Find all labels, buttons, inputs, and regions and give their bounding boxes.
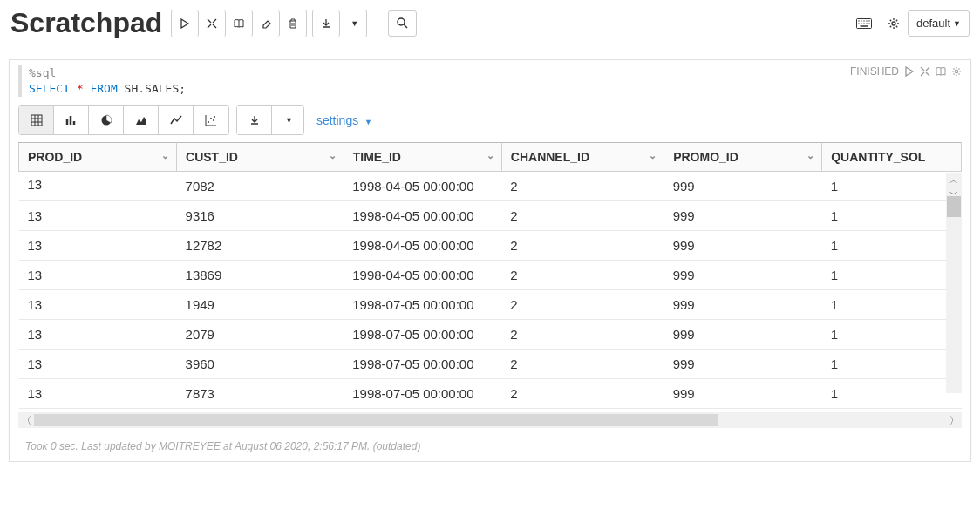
notebook-cell: %sql SELECT * FROM SH.SALES; FINISHED bbox=[9, 59, 971, 462]
scatter-chart-icon bbox=[205, 114, 217, 126]
table-cell: 999 bbox=[664, 261, 822, 290]
export-button-group: ▼ bbox=[312, 10, 367, 37]
column-header[interactable]: TIME_ID⌄ bbox=[344, 143, 501, 172]
area-chart-button[interactable] bbox=[124, 106, 159, 134]
result-table-container: ≡ PROD_ID⌄CUST_ID⌄TIME_ID⌄CHANNEL_ID⌄PRO… bbox=[18, 142, 962, 428]
vertical-scroll-thumb[interactable] bbox=[947, 196, 961, 217]
gear-icon bbox=[951, 66, 962, 77]
interpreter-label: default bbox=[916, 17, 950, 30]
sort-icon[interactable]: ⌄ bbox=[329, 150, 337, 161]
column-header-label: PROD_ID bbox=[28, 150, 82, 164]
pie-chart-button[interactable] bbox=[89, 106, 124, 134]
keyboard-icon bbox=[856, 18, 872, 29]
scroll-left-arrow[interactable]: 〈 bbox=[18, 414, 34, 427]
column-header[interactable]: CHANNEL_ID⌄ bbox=[501, 143, 664, 172]
gear-icon bbox=[888, 17, 900, 30]
column-header[interactable]: CUST_ID⌄ bbox=[177, 143, 344, 172]
line-chart-button[interactable] bbox=[159, 106, 194, 134]
table-cell: 2 bbox=[501, 379, 664, 409]
scatter-chart-button[interactable] bbox=[194, 106, 228, 134]
svg-rect-4 bbox=[31, 115, 42, 126]
column-header[interactable]: PROD_ID⌄ bbox=[19, 143, 177, 172]
table-cell: 2 bbox=[501, 231, 664, 261]
table-cell: 1998-07-05 00:00:00 bbox=[344, 350, 501, 379]
trash-icon bbox=[288, 18, 298, 29]
table-cell: 999 bbox=[664, 231, 822, 261]
cell-settings-button[interactable] bbox=[951, 66, 962, 77]
table-row[interactable]: 1320791998-07-05 00:00:0029991 bbox=[19, 320, 962, 350]
table-row[interactable]: 1370821998-04-05 00:00:0029991 bbox=[19, 172, 962, 201]
clear-notebook-button[interactable] bbox=[280, 10, 306, 37]
show-hide-code-button[interactable] bbox=[199, 10, 226, 37]
table-cell: 1998-04-05 00:00:00 bbox=[344, 172, 501, 201]
table-row[interactable]: 13138691998-04-05 00:00:0029991 bbox=[19, 261, 962, 290]
svg-point-6 bbox=[208, 121, 209, 123]
svg-point-2 bbox=[892, 22, 895, 25]
vertical-scroll-track[interactable] bbox=[946, 187, 962, 379]
keyboard-shortcuts-button[interactable] bbox=[848, 10, 880, 37]
table-cell: 9316 bbox=[177, 201, 344, 231]
scroll-up-arrow[interactable]: ︿ bbox=[946, 173, 962, 187]
table-row[interactable]: 1393161998-04-05 00:00:0029991 bbox=[19, 201, 962, 231]
sort-icon[interactable]: ⌄ bbox=[487, 150, 494, 161]
run-all-button[interactable] bbox=[172, 10, 199, 37]
column-header[interactable]: QUANTITY_SOL bbox=[822, 143, 962, 172]
table-cell: 13 bbox=[19, 320, 177, 350]
table-cell: 13 bbox=[19, 261, 177, 290]
table-row[interactable]: 13127821998-04-05 00:00:0029991 bbox=[19, 231, 962, 261]
cell-footer-status: Took 0 sec. Last updated by MOITREYEE at… bbox=[10, 428, 970, 461]
table-cell: 3960 bbox=[177, 350, 344, 379]
interpreter-settings-button[interactable] bbox=[880, 10, 908, 37]
interpreter-select[interactable]: default▼ bbox=[908, 10, 970, 37]
search-button[interactable] bbox=[388, 10, 417, 37]
sort-icon[interactable]: ⌄ bbox=[649, 150, 657, 161]
table-cell: 2 bbox=[501, 261, 664, 290]
column-header[interactable]: PROMO_ID⌄ bbox=[664, 143, 822, 172]
cell-collapse-button[interactable] bbox=[920, 66, 930, 77]
download-result-dropdown[interactable]: ▼ bbox=[272, 106, 303, 134]
code-editor[interactable]: %sql SELECT * FROM SH.SALES; bbox=[18, 65, 850, 97]
table-cell: 2079 bbox=[177, 320, 344, 350]
horizontal-scroll-thumb[interactable] bbox=[34, 414, 718, 426]
table-cell: 999 bbox=[664, 320, 822, 350]
line-chart-icon bbox=[170, 114, 182, 126]
download-result-button[interactable] bbox=[237, 106, 272, 134]
chart-type-group bbox=[18, 105, 229, 135]
table-cell: 1998-04-05 00:00:00 bbox=[344, 261, 501, 290]
svg-point-7 bbox=[210, 118, 212, 119]
table-cell: 1 bbox=[822, 379, 962, 409]
table-row[interactable]: 1339601998-07-05 00:00:0029991 bbox=[19, 350, 962, 379]
export-button[interactable] bbox=[313, 10, 340, 37]
horizontal-scrollbar[interactable]: 〈 〉 bbox=[18, 412, 962, 428]
table-cell: 999 bbox=[664, 379, 822, 409]
table-cell: 13 bbox=[19, 172, 177, 201]
table-view-button[interactable] bbox=[19, 106, 54, 134]
horizontal-scroll-track[interactable] bbox=[34, 412, 946, 428]
table-row[interactable]: 1378731998-07-05 00:00:0029991 bbox=[19, 379, 962, 409]
scroll-right-arrow[interactable]: 〉 bbox=[946, 414, 962, 427]
table-cell: 13 bbox=[19, 201, 177, 231]
run-cell-button[interactable] bbox=[904, 66, 915, 77]
settings-link[interactable]: settings ▼ bbox=[316, 113, 372, 127]
clear-output-button[interactable] bbox=[253, 10, 280, 37]
table-cell: 1 bbox=[822, 201, 962, 231]
svg-point-3 bbox=[955, 70, 958, 73]
sort-icon[interactable]: ⌄ bbox=[161, 150, 169, 161]
table-cell: 13 bbox=[19, 350, 177, 379]
table-row[interactable]: 1319491998-07-05 00:00:0029991 bbox=[19, 290, 962, 320]
export-dropdown-button[interactable]: ▼ bbox=[340, 10, 366, 37]
table-cell: 1 bbox=[822, 290, 962, 320]
column-header-label: QUANTITY_SOL bbox=[831, 150, 925, 164]
vertical-scrollbar[interactable]: ︿ ﹀ bbox=[946, 173, 962, 393]
svg-point-0 bbox=[398, 18, 405, 25]
show-hide-output-button[interactable] bbox=[226, 10, 253, 37]
notebook-title: Scratchpad bbox=[10, 7, 162, 39]
table-cell: 1949 bbox=[177, 290, 344, 320]
sort-icon[interactable]: ⌄ bbox=[806, 150, 814, 161]
table-cell: 13 bbox=[19, 290, 177, 320]
table-cell: 1998-07-05 00:00:00 bbox=[344, 379, 501, 409]
cell-book-button[interactable] bbox=[936, 66, 946, 77]
bar-chart-button[interactable] bbox=[54, 106, 89, 134]
caret-down-icon: ▼ bbox=[285, 116, 293, 125]
book-icon bbox=[234, 18, 244, 29]
